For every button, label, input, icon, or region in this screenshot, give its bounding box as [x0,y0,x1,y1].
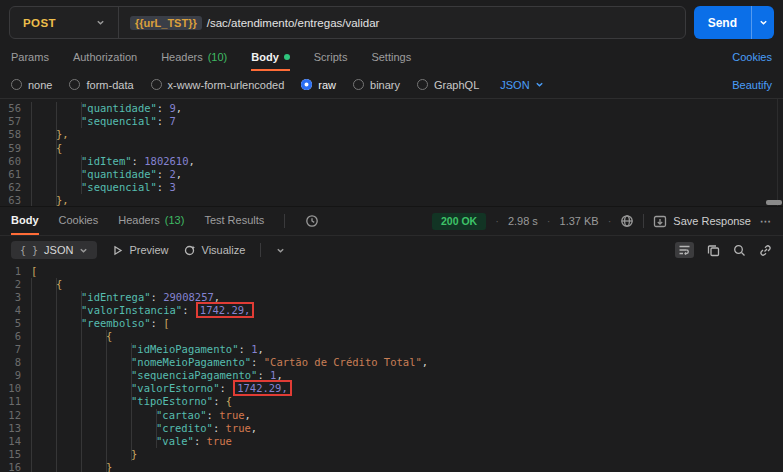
response-tab-cookies[interactable]: Cookies [59,207,99,235]
response-tools [675,242,772,258]
code-text: "idMeioPagamento": 1, [31,343,264,356]
tab-headers[interactable]: Headers (10) [161,45,227,71]
divider [643,214,644,228]
code-line: 16} [0,461,783,472]
more-options-button[interactable]: ⋯ [760,215,772,228]
code-text: "sequencial": 7 [31,115,176,128]
code-text: "idEntrega": 29008257, [31,291,220,304]
code-line: 5"reembolso": [ [0,317,783,330]
radio-form-data[interactable]: form-data [69,79,133,91]
response-body-editor[interactable]: 1[2{3"idEntrega": 29008257,4"valorInstan… [0,262,783,472]
code-line: 14"vale": true [0,435,783,448]
code-line: 60"idItem": 1802610, [0,155,783,168]
request-body-editor[interactable]: 56"quantidade": 9,57"sequencial": 758},5… [0,99,783,207]
h-scrollbar-thumb[interactable] [766,200,782,205]
tab-settings[interactable]: Settings [371,45,411,71]
radio-graphql[interactable]: GraphQL [417,79,479,91]
link-icon[interactable] [759,244,772,257]
line-number: 10 [0,382,31,395]
line-number: 61 [0,168,31,181]
radio-circle [151,79,162,90]
divider [284,214,285,228]
chevron-down-icon [276,246,285,255]
line-number: 14 [0,435,31,448]
line-number: 60 [0,155,31,168]
code-line: 57"sequencial": 7 [0,115,783,128]
code-line: 13"credito": true, [0,422,783,435]
body-modified-dot [284,54,290,60]
radio-raw[interactable]: raw [301,79,336,91]
line-number: 59 [0,142,31,155]
line-number: 12 [0,409,31,422]
preview-button[interactable]: Preview [112,244,168,256]
radio-circle [11,79,22,90]
code-line: 62"sequencial": 3 [0,181,783,194]
line-number: 1 [0,265,31,278]
line-number: 57 [0,115,31,128]
dot-separator [495,215,499,227]
line-number: 6 [0,330,31,343]
line-number: 4 [0,304,31,317]
language-select[interactable]: JSON [500,79,543,91]
code-text: "quantidade": 2, [31,168,182,181]
send-button[interactable]: Send [694,6,751,39]
visualize-button[interactable]: Visualize [184,244,246,256]
chevron-down-icon [535,80,544,89]
send-label: Send [708,16,737,30]
code-text: } [31,461,112,472]
tab-body[interactable]: Body [251,45,290,71]
radio-none[interactable]: none [11,79,52,91]
tab-scripts[interactable]: Scripts [314,45,348,71]
send-options-button[interactable] [751,6,774,39]
method-selector[interactable]: POST [10,7,118,38]
chevron-down-icon [79,246,88,255]
code-text: "quantidade": 9, [31,102,182,115]
save-response-button[interactable]: Save Response [653,215,751,228]
code-text: }, [31,128,69,141]
response-format-select[interactable]: { } JSON [11,241,97,259]
radio-x-www-form-urlencoded[interactable]: x-www-form-urlencoded [151,79,285,91]
response-size: 1.37 KB [560,215,599,227]
visualize-options-button[interactable] [276,246,285,255]
code-line: 6{ [0,330,783,343]
code-line: 10"valorEstorno": 1742.29, [0,382,783,395]
radio-binary[interactable]: binary [353,79,400,91]
tab-authorization[interactable]: Authorization [73,45,137,71]
url-variable-chip[interactable]: {{urL_TST}} [130,16,202,30]
response-tab-headers[interactable]: Headers (13) [118,207,184,235]
code-line: 11"tipoEstorno": { [0,395,783,408]
code-line: 15} [0,448,783,461]
scrollbar-track [777,99,778,206]
radio-circle-selected [301,79,312,90]
chevron-down-icon [96,18,105,27]
response-tab-test-results[interactable]: Test Results [204,207,264,235]
line-number: 2 [0,278,31,291]
response-history-button[interactable] [305,207,319,235]
code-text: "valorEstorno": 1742.29, [31,382,293,395]
response-header: Body Cookies Headers (13) Test Results 2… [0,207,783,236]
code-line: 4"valorInstancia": 1742.29, [0,304,783,317]
line-number: 63 [0,194,31,207]
code-text: "cartao": true, [31,409,251,422]
wrap-text-button[interactable] [675,242,694,258]
response-toolbar: { } JSON Preview Visualize [0,236,783,262]
copy-icon[interactable] [707,244,720,257]
tab-params[interactable]: Params [11,45,49,71]
red-annotation-box: 1742.29, [196,302,255,318]
response-time: 2.98 s [508,215,538,227]
response-meta: 200 OK 2.98 s 1.37 KB Save Response ⋯ [432,207,772,235]
code-line: 1[ [0,265,783,278]
code-text: "valorInstancia": 1742.29, [31,304,255,317]
search-icon[interactable] [733,244,746,257]
line-number: 7 [0,343,31,356]
cookies-link[interactable]: Cookies [732,45,772,71]
beautify-link[interactable]: Beautify [732,79,772,91]
url-field: POST {{urL_TST}} /sac/atendimento/entreg… [9,6,686,39]
radio-circle [69,79,80,90]
wrap-text-icon [678,244,691,256]
network-globe-icon[interactable] [620,214,634,228]
code-text: { [31,330,112,343]
divider [260,243,261,257]
response-tab-body[interactable]: Body [11,207,39,235]
url-input[interactable]: {{urL_TST}} /sac/atendimento/entregas/va… [119,7,390,38]
